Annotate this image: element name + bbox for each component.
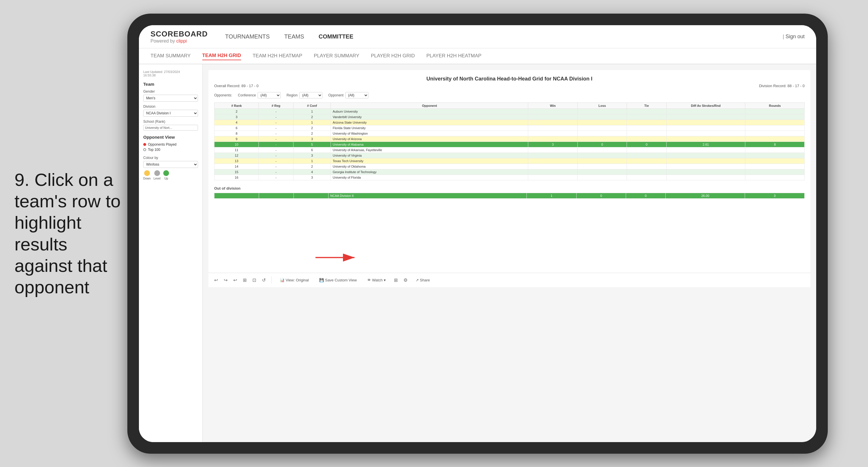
save-custom-btn[interactable]: 💾 Save Custom View xyxy=(317,277,359,284)
redo2-btn[interactable]: ↩ xyxy=(233,278,237,283)
table-row[interactable]: 8 - 2 University of Washington xyxy=(214,130,805,136)
sidebar-school-label: School (Rank) xyxy=(143,120,198,124)
table-row[interactable]: 15 - 4 Georgia Institute of Technology xyxy=(214,169,805,175)
cell-conf: 1 xyxy=(293,109,331,114)
cell-opponent: Auburn University xyxy=(331,109,528,114)
opponent-select[interactable]: (All) xyxy=(345,92,368,98)
cell-conf: 3 xyxy=(293,153,331,158)
col-header-opponent: Opponent xyxy=(331,103,528,109)
table-row[interactable]: 4 - 1 Arizona State University xyxy=(214,120,805,125)
out-rank xyxy=(214,193,259,198)
watch-btn[interactable]: 👁 Watch ▾ xyxy=(365,277,388,284)
paste-btn[interactable]: ⊡ xyxy=(252,278,256,283)
cell-diff xyxy=(666,158,745,164)
cell-loss xyxy=(578,114,627,120)
table-row[interactable]: 16 - 3 University of Florida xyxy=(214,175,805,180)
cell-tie xyxy=(627,158,666,164)
cell-rounds xyxy=(745,120,805,125)
table-row[interactable]: 9 - 3 University of Arizona xyxy=(214,136,805,142)
layout-btn[interactable]: ⊞ xyxy=(394,278,398,283)
cell-diff xyxy=(666,169,745,175)
table-row[interactable]: 13 - 1 Texas Tech University xyxy=(214,158,805,164)
redo-btn[interactable]: ↪ xyxy=(224,278,227,283)
region-select[interactable]: (All) xyxy=(299,92,322,98)
cell-opponent: Arizona State University xyxy=(331,120,528,125)
cell-rounds xyxy=(745,158,805,164)
table-row[interactable]: 2 - 1 Auburn University xyxy=(214,109,805,114)
cell-rounds xyxy=(745,136,805,142)
out-of-division-row[interactable]: NCAA Division II 1 0 0 26.00 3 xyxy=(214,193,805,198)
nav-committee[interactable]: COMMITTEE xyxy=(319,31,353,42)
cell-tie xyxy=(627,120,666,125)
cell-opponent: University of Arkansas, Fayetteville xyxy=(331,147,528,153)
tab-player-h2h-heatmap[interactable]: PLAYER H2H HEATMAP xyxy=(426,52,481,60)
table-row[interactable]: 6 - 2 Florida State University xyxy=(214,125,805,130)
tablet-screen: SCOREBOARD Powered by clippi TOURNAMENTS… xyxy=(139,25,816,442)
out-loss: 0 xyxy=(576,193,626,198)
cell-win xyxy=(528,147,578,153)
table-row[interactable]: 3 - 2 Vanderbilt University xyxy=(214,114,805,120)
cell-conf: 4 xyxy=(293,169,331,175)
conference-select[interactable]: (All) xyxy=(257,92,281,98)
out-win: 1 xyxy=(527,193,576,198)
cell-opponent: University of Arizona xyxy=(331,136,528,142)
cell-tie xyxy=(627,125,666,130)
table-row[interactable]: 12 - 3 University of Virginia xyxy=(214,153,805,158)
cell-opponent: University of Florida xyxy=(331,175,528,180)
tab-team-summary[interactable]: TEAM SUMMARY xyxy=(151,52,191,60)
division-record: Division Record: 88 - 17 - 0 xyxy=(759,84,805,88)
out-of-division-table: NCAA Division II 1 0 0 26.00 3 xyxy=(214,193,805,199)
copy-btn[interactable]: ⊞ xyxy=(243,278,247,283)
col-header-reg: # Reg xyxy=(259,103,293,109)
tab-team-h2h-heatmap[interactable]: TEAM H2H HEATMAP xyxy=(253,52,303,60)
table-row[interactable]: 10 - 5 University of Alabama 3 0 0 2.61 … xyxy=(214,142,805,147)
share-btn[interactable]: ↗ Share xyxy=(413,277,432,284)
cell-rounds xyxy=(745,164,805,169)
h2h-table: # Rank # Reg # Conf Opponent Win Loss Ti… xyxy=(214,103,805,180)
cell-diff xyxy=(666,136,745,142)
cell-rank: 3 xyxy=(214,114,259,120)
tab-player-summary[interactable]: PLAYER SUMMARY xyxy=(314,52,359,60)
sign-out-link[interactable]: Sign out xyxy=(785,34,805,39)
colour-by-select[interactable]: Win/loss xyxy=(143,161,198,168)
view-original-btn[interactable]: 📊 View: Original xyxy=(278,277,311,284)
nav-teams[interactable]: TEAMS xyxy=(284,31,304,42)
tab-team-h2h-grid[interactable]: TEAM H2H GRID xyxy=(202,52,241,60)
cell-reg: - xyxy=(259,120,293,125)
cell-rank: 4 xyxy=(214,120,259,125)
table-row[interactable]: 14 - 2 University of Oklahoma xyxy=(214,164,805,169)
legend-down: Down xyxy=(143,170,151,180)
cell-opponent: Georgia Institute of Technology xyxy=(331,169,528,175)
out-tie: 0 xyxy=(626,193,666,198)
nav-tournaments[interactable]: TOURNAMENTS xyxy=(225,31,270,42)
cell-rank: 9 xyxy=(214,136,259,142)
legend-level-circle xyxy=(154,170,160,176)
radio-opponents-played[interactable]: Opponents Played xyxy=(143,142,198,146)
sidebar-division-select[interactable]: NCAA Division I xyxy=(143,110,198,117)
cell-rank: 16 xyxy=(214,175,259,180)
out-of-division: Out of division NCAA Division II 1 xyxy=(214,186,805,199)
conference-label: Conference xyxy=(238,93,256,97)
radio-top100[interactable]: Top 100 xyxy=(143,148,198,152)
cell-tie xyxy=(627,169,666,175)
refresh-btn[interactable]: ↺ xyxy=(262,278,266,283)
cell-loss xyxy=(578,158,627,164)
tab-player-h2h-grid[interactable]: PLAYER H2H GRID xyxy=(371,52,415,60)
out-reg xyxy=(259,193,294,198)
cell-loss xyxy=(578,130,627,136)
cell-rounds xyxy=(745,114,805,120)
cell-conf: 2 xyxy=(293,114,331,120)
grid-title: University of North Carolina Head-to-Hea… xyxy=(214,76,805,82)
undo-btn[interactable]: ↩ xyxy=(214,278,218,283)
filter-region: Region (All) xyxy=(286,92,322,98)
cell-opponent: Florida State University xyxy=(331,125,528,130)
cell-win xyxy=(528,158,578,164)
cell-conf: 1 xyxy=(293,120,331,125)
sidebar-gender-select[interactable]: Men's xyxy=(143,95,198,101)
settings-btn[interactable]: ⚙ xyxy=(403,278,407,283)
table-row[interactable]: 11 - 6 University of Arkansas, Fayettevi… xyxy=(214,147,805,153)
cell-conf: 6 xyxy=(293,147,331,153)
radio-dot-top100 xyxy=(143,148,146,151)
cell-win xyxy=(528,169,578,175)
cell-opponent: University of Washington xyxy=(331,130,528,136)
